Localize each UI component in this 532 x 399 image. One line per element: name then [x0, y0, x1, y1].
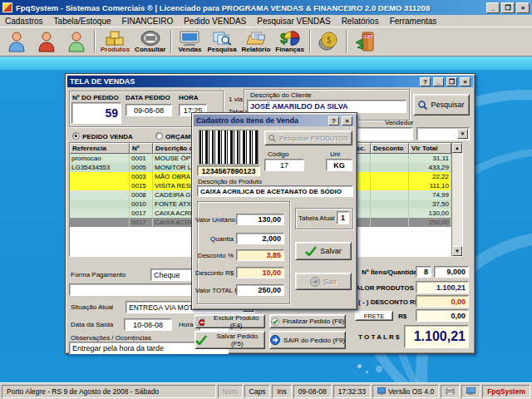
- pesquisar-produtos-button[interactable]: Pesquisar PRODUTOS: [264, 131, 352, 145]
- table-cell-total: 250,00: [409, 218, 451, 227]
- table-scrollbar[interactable]: ▲ ▼: [451, 143, 462, 256]
- menu-pedido-vendas[interactable]: Pedido VENDAS: [184, 17, 246, 26]
- desktop-dot-decoration: [376, 366, 382, 372]
- dialog-help-button[interactable]: ?: [328, 116, 339, 126]
- status-monitor[interactable]: [461, 385, 480, 398]
- table-cell-num: 0010: [130, 200, 153, 209]
- table-cell-ref: [70, 190, 130, 200]
- minimize-button[interactable]: _: [486, 2, 500, 13]
- sales-close-button[interactable]: ×: [460, 77, 470, 86]
- salvar-pedido-button[interactable]: Salvar Pedido (F5): [195, 331, 265, 349]
- client-search-button[interactable]: Pesquisar: [413, 94, 470, 116]
- valor-produtos-label: VALOR PRODUTOS R$: [352, 284, 424, 292]
- orcamento-radio-icon[interactable]: [155, 132, 163, 140]
- vendedor-combobox[interactable]: ▼: [416, 127, 470, 140]
- table-cell-desconto: [371, 218, 409, 227]
- toolbar-moeda-button[interactable]: $: [313, 28, 343, 55]
- client-label: Descrição do Cliente: [249, 91, 313, 99]
- desconto-pct-field[interactable]: 3,85: [236, 249, 284, 261]
- toolbar-vendas-button[interactable]: Vendas: [175, 28, 204, 55]
- sales-minimize-button[interactable]: _: [433, 77, 444, 86]
- toolbar-produtos-button[interactable]: Produtos: [98, 28, 132, 55]
- table-cell-total: 22,22: [409, 172, 451, 181]
- uni-label: Uni: [330, 150, 340, 158]
- descricao-produto-field[interactable]: CAIXA ACRILICA DE ACETANATO DE SÓDIO: [197, 185, 353, 197]
- status-brand: FpqSystem: [482, 385, 530, 398]
- desconto-total-field: 0,00: [416, 295, 469, 308]
- close-button[interactable]: ×: [516, 2, 530, 13]
- column-header-referencia[interactable]: Referencia: [70, 143, 130, 154]
- status-versao: Versão OS 4.0: [372, 385, 439, 398]
- dialog-salvar-button[interactable]: Salvar: [295, 242, 352, 260]
- toolbar-client-red-button[interactable]: [32, 28, 62, 55]
- frete-button[interactable]: FRETE: [355, 311, 393, 321]
- chevron-down-icon[interactable]: ▼: [457, 129, 468, 139]
- desconto-rs-field[interactable]: 10,00: [236, 267, 284, 278]
- saida-date-field[interactable]: 10-08-08: [124, 318, 172, 331]
- scroll-up-icon[interactable]: ▲: [452, 143, 462, 153]
- menu-pesquisar-vendas[interactable]: Pesquisar VENDAS: [257, 17, 330, 26]
- sair-pedido-button[interactable]: SAIR do Pedido (F9): [269, 331, 346, 349]
- toolbar-pesquisa-button[interactable]: Pesquisa: [204, 28, 239, 55]
- table-cell-ref: [70, 181, 130, 190]
- status-printer[interactable]: [441, 385, 460, 398]
- barcode-value-field[interactable]: 1234567890123: [197, 165, 260, 176]
- order-number-field[interactable]: 59: [71, 102, 121, 124]
- item-dialog: Cadastro dos Itens de Venda ? × 12345678…: [191, 112, 357, 310]
- table-cell-desconto: [371, 172, 409, 181]
- sales-maximize-button[interactable]: ❐: [446, 77, 457, 86]
- column-header-vlr-total[interactable]: Vlr Total: [409, 143, 451, 154]
- search-windows-icon: [211, 31, 233, 46]
- pedido-venda-radio[interactable]: PEDIDO VENDA: [72, 132, 133, 140]
- table-cell-desconto: [371, 154, 409, 163]
- quantia-field[interactable]: 2,000: [236, 233, 284, 244]
- finalizar-pedido-button[interactable]: Finalizar Pedido (F8): [269, 314, 346, 328]
- column-header-numero[interactable]: Nº: [130, 143, 153, 154]
- table-cell-ref: promocao: [70, 154, 130, 163]
- exit-door-icon: EXIT: [354, 31, 376, 52]
- payment-label: Forma Pagamento: [71, 271, 126, 278]
- valor-total-item-field[interactable]: 250,00: [236, 284, 284, 296]
- tabela-atual-label: Tabela Atual: [298, 214, 335, 222]
- menu-relatorios[interactable]: Relatórios: [342, 17, 379, 26]
- excluir-produto-button[interactable]: Excluir Produto (F4): [195, 314, 265, 328]
- codigo-field[interactable]: 17: [264, 159, 304, 171]
- table-cell-total: 74,99: [409, 190, 451, 200]
- column-header-desconto[interactable]: Desconto: [371, 143, 409, 154]
- toolbar-relatorio-button[interactable]: Relatório: [239, 28, 273, 55]
- pedido-venda-radio-icon[interactable]: [72, 132, 80, 140]
- valor-unitario-field[interactable]: 130,00: [236, 214, 284, 225]
- maximize-button[interactable]: ❐: [501, 2, 515, 13]
- dialog-close-button[interactable]: ×: [342, 116, 352, 126]
- status-location: Porto Alegre - RS 9 de Agosto de 2008 - …: [2, 385, 216, 398]
- toolbar-separator: [346, 30, 347, 53]
- sales-window-title: TELA DE VENDAS: [70, 77, 417, 86]
- order-date-field[interactable]: 09-08-08: [126, 104, 172, 116]
- toolbar-exit-button[interactable]: EXIT: [350, 28, 380, 55]
- desktop-dot-decoration: [357, 364, 362, 368]
- sales-help-button[interactable]: ?: [420, 77, 431, 86]
- uni-field[interactable]: KG: [326, 159, 352, 171]
- via-label: 1 via: [229, 96, 243, 103]
- gray-arrow-icon: [310, 277, 320, 287]
- toolbar-client-blue-button[interactable]: [2, 28, 32, 55]
- scroll-down-icon[interactable]: ▼: [452, 246, 462, 256]
- toolbar-consultar-button[interactable]: Consultar: [132, 28, 168, 55]
- app-title: FpqSystem - Sistemas Comerciais ® | Lice…: [16, 3, 485, 12]
- tabela-atual-field[interactable]: 1: [337, 211, 349, 224]
- payment-extra-field[interactable]: [69, 283, 194, 296]
- dialog-sair-button[interactable]: Sair: [295, 273, 352, 290]
- menu-financeiro[interactable]: FINANCEIRO: [122, 17, 174, 26]
- menu-tabela-estoque[interactable]: Tabela/Estoque: [54, 17, 111, 26]
- menu-cadastros[interactable]: Cadastros: [5, 17, 43, 26]
- toolbar-financas-button[interactable]: $ Finanças: [273, 28, 307, 55]
- itens-count-field: 8: [416, 266, 431, 278]
- saida-hora-label: Hora: [179, 321, 193, 328]
- desktop-dot-decoration: [366, 371, 368, 373]
- table-cell-num: 0017: [130, 218, 153, 227]
- client-name-field[interactable]: JOSÉ AMARILDO DA SILVA: [247, 100, 406, 113]
- blue-arrow-icon: [270, 335, 280, 345]
- toolbar-client-green-button[interactable]: [62, 28, 91, 55]
- menu-ferramentas[interactable]: Ferramentas: [390, 17, 437, 26]
- table-cell-num: 0017: [130, 209, 153, 218]
